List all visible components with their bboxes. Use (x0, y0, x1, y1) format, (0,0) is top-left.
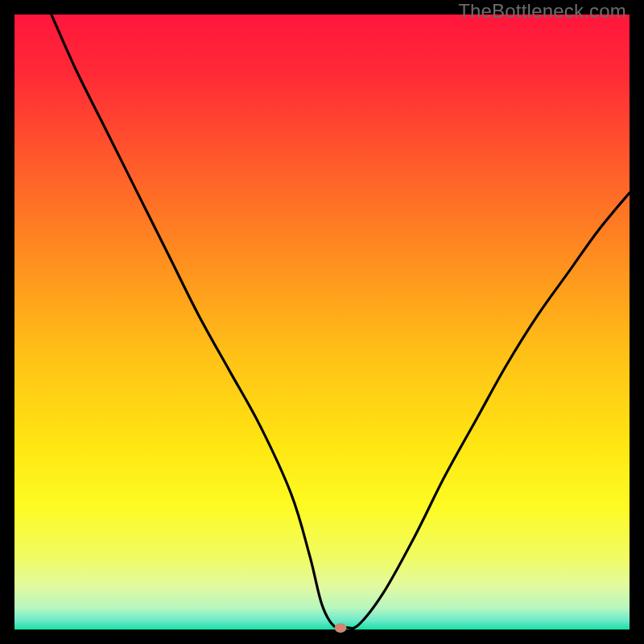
optimum-marker (334, 623, 346, 633)
chart-frame (14, 14, 630, 630)
bottleneck-curve (14, 14, 630, 630)
watermark-text: TheBottleneck.com (458, 0, 626, 23)
curve-path (52, 14, 630, 629)
